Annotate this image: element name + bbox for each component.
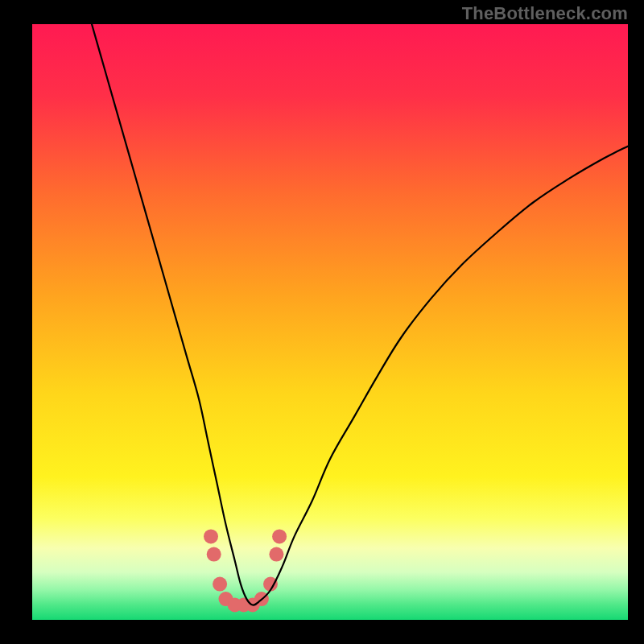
curve-layer: [32, 24, 628, 620]
marker-dot: [207, 547, 221, 562]
bottleneck-curve: [92, 24, 628, 605]
marker-dot: [204, 529, 218, 543]
marker-dot: [269, 547, 283, 562]
highlight-markers: [204, 529, 287, 612]
marker-dot: [213, 577, 227, 592]
plot-area: [32, 24, 628, 620]
watermark-text: TheBottleneck.com: [462, 3, 628, 24]
chart-frame: TheBottleneck.com: [0, 0, 644, 644]
marker-dot: [272, 529, 287, 543]
